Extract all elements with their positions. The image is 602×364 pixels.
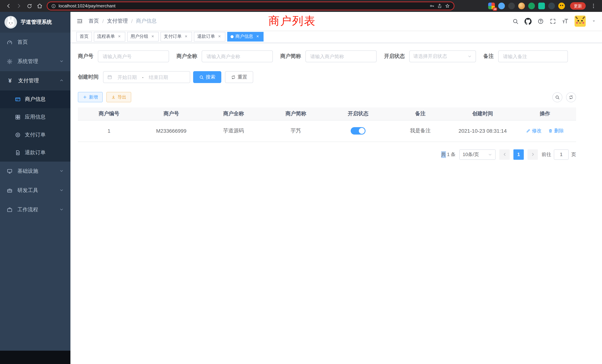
- next-page-button[interactable]: [527, 149, 538, 160]
- browser-chrome: localhost:1024/pay/merchant 10 更新: [0, 0, 602, 12]
- table-row: 1 M233666999 芋道源码 芋艿 我是备注 2021-10-23 08:…: [78, 120, 576, 142]
- cell-actions: 修改 删除: [514, 120, 576, 142]
- sidebar-item-infrastructure[interactable]: 基础设施: [0, 162, 70, 181]
- add-button[interactable]: 新增: [78, 92, 103, 102]
- chevron-down-icon: [467, 54, 472, 59]
- sidebar-item-payment-orders[interactable]: 支付订单: [0, 126, 70, 144]
- date-start-input[interactable]: [114, 74, 140, 80]
- delete-link[interactable]: 删除: [548, 128, 564, 134]
- close-icon[interactable]: ×: [150, 34, 155, 39]
- prev-page-button[interactable]: [499, 149, 510, 160]
- tab-home[interactable]: 首页: [76, 32, 92, 41]
- sidebar-item-label: 支付管理: [18, 77, 54, 84]
- sidebar-item-system-management[interactable]: 系统管理: [0, 52, 70, 71]
- tab-process-form[interactable]: 流程表单 ×: [94, 32, 125, 41]
- extension-icon[interactable]: [538, 3, 545, 9]
- close-icon[interactable]: ×: [217, 34, 222, 39]
- sidebar-item-refund-orders[interactable]: 退款订单: [0, 144, 70, 162]
- tab-label: 退款订单: [197, 33, 215, 40]
- breadcrumb-item-payment[interactable]: 支付管理: [107, 18, 128, 24]
- cell-short-name: 芋艿: [265, 120, 327, 142]
- avatar-caret-down-icon[interactable]: [592, 19, 596, 23]
- share-icon[interactable]: [437, 3, 442, 9]
- status-toggle[interactable]: [351, 127, 366, 135]
- column-header: 商户编号: [78, 107, 140, 120]
- extension-icon[interactable]: [498, 3, 505, 9]
- back-button[interactable]: [4, 1, 13, 11]
- home-button[interactable]: [35, 1, 44, 11]
- sidebar-item-label: 支付订单: [25, 132, 64, 138]
- sidebar-item-workflow[interactable]: 工作流程: [0, 200, 70, 219]
- tab-payment-orders[interactable]: 支付订单 ×: [161, 32, 192, 41]
- export-button[interactable]: 导出: [106, 92, 131, 102]
- cell-create-time: 2021-10-23 08:31:14: [452, 120, 514, 142]
- sidebar-item-merchant-info[interactable]: 商户信息: [0, 90, 70, 108]
- extension-icon[interactable]: [548, 3, 555, 9]
- search-button[interactable]: 搜索: [193, 71, 221, 83]
- full-name-label: 商户全称: [176, 53, 197, 60]
- refresh-table-button[interactable]: [566, 92, 576, 102]
- pagination: 共 1 条 10条/页 1 前往 页: [78, 149, 576, 160]
- sidebar-menu: 首页 系统管理 ¥ 支付管理 商户信息: [0, 33, 70, 219]
- sidebar-item-dev-tools[interactable]: 研发工具: [0, 181, 70, 200]
- sidebar-item-label: 首页: [17, 39, 64, 46]
- help-icon[interactable]: [538, 18, 544, 24]
- goto-page-input[interactable]: [554, 149, 569, 160]
- bookmark-star-icon[interactable]: [445, 3, 450, 9]
- status-label: 开启状态: [384, 53, 405, 60]
- short-name-input[interactable]: [305, 50, 377, 62]
- extension-icon[interactable]: [508, 3, 515, 9]
- date-range-picker[interactable]: -: [103, 71, 190, 83]
- full-name-input[interactable]: [202, 50, 273, 62]
- user-avatar[interactable]: [575, 16, 586, 27]
- edit-link[interactable]: 修改: [526, 128, 542, 134]
- address-bar[interactable]: localhost:1024/pay/merchant: [47, 1, 454, 10]
- site-info-icon[interactable]: [51, 3, 56, 8]
- close-icon[interactable]: ×: [117, 34, 122, 39]
- status-select[interactable]: 请选择开启状态: [409, 50, 476, 62]
- fullscreen-icon[interactable]: [550, 18, 556, 24]
- sidebar-item-app-info[interactable]: 应用信息: [0, 108, 70, 126]
- column-header: 操作: [514, 107, 576, 120]
- password-key-icon[interactable]: [429, 3, 434, 9]
- github-icon[interactable]: [525, 18, 532, 25]
- extension-icon[interactable]: [528, 3, 535, 9]
- tab-refund-orders[interactable]: 退款订单 ×: [194, 32, 225, 41]
- sidebar-item-payment-management[interactable]: ¥ 支付管理: [0, 71, 70, 90]
- cell-full-name: 芋道源码: [202, 120, 265, 142]
- close-icon[interactable]: ×: [183, 34, 189, 39]
- close-icon[interactable]: ×: [255, 34, 260, 39]
- url-text: localhost:1024/pay/merchant: [59, 3, 116, 9]
- reset-button[interactable]: 重置: [225, 71, 253, 83]
- sidebar-toggle-button[interactable]: [76, 18, 83, 24]
- short-name-label: 商户简称: [280, 53, 301, 60]
- yen-icon: ¥: [7, 77, 13, 84]
- search-icon[interactable]: [512, 18, 519, 24]
- toggle-search-button[interactable]: [552, 92, 562, 102]
- forward-button[interactable]: [14, 1, 24, 11]
- page-number-button[interactable]: 1: [513, 149, 524, 160]
- column-header: 商户全称: [202, 107, 265, 120]
- app-logo[interactable]: 芋道管理系统: [0, 12, 70, 33]
- tab-merchant-info[interactable]: 商户信息 ×: [227, 32, 264, 41]
- extension-icon[interactable]: 10: [488, 3, 495, 9]
- extension-icon[interactable]: [518, 3, 525, 9]
- merchant-no-input[interactable]: [98, 50, 169, 62]
- profile-avatar-icon[interactable]: [558, 3, 565, 9]
- column-header: 开启状态: [327, 107, 389, 120]
- chevron-down-icon: [59, 188, 64, 193]
- page-size-select[interactable]: 10条/页: [459, 149, 496, 160]
- browser-update-button[interactable]: 更新: [570, 2, 586, 10]
- reload-button[interactable]: [24, 1, 34, 11]
- page-content: 商户号 商户全称 商户简称 开启状态 请选择开启状态: [70, 43, 602, 364]
- active-tab-dot: [231, 35, 234, 38]
- font-size-icon[interactable]: [562, 18, 569, 24]
- breadcrumb-item-home[interactable]: 首页: [89, 18, 99, 24]
- browser-menu-kebab-icon[interactable]: [589, 1, 598, 11]
- cell-merchant-no: M233666999: [140, 120, 202, 142]
- breadcrumb-separator: /: [131, 18, 133, 24]
- sidebar-item-home[interactable]: 首页: [0, 33, 70, 52]
- tab-user-group[interactable]: 用户分组 ×: [127, 32, 159, 41]
- date-end-input[interactable]: [145, 74, 172, 80]
- remark-input[interactable]: [498, 50, 568, 62]
